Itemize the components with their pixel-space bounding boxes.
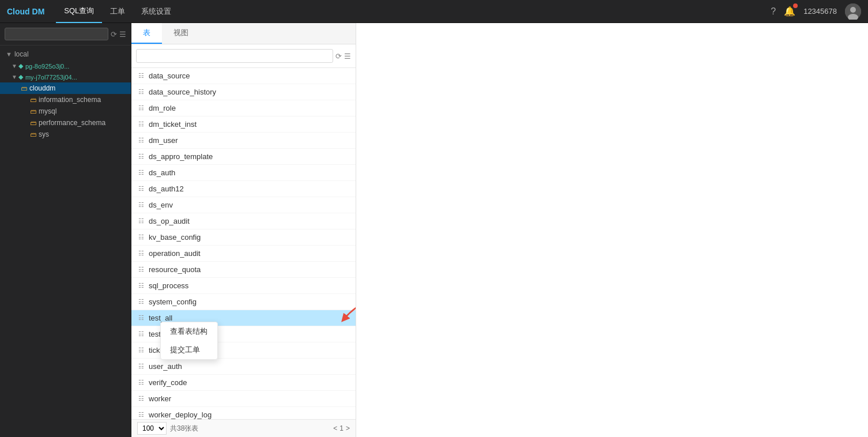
table-row[interactable]: ☷ sql_process [131, 278, 356, 294]
nav-settings[interactable]: 系统设置 [133, 0, 179, 23]
table-row[interactable]: ☷ dm_ticket_inst [131, 116, 356, 133]
sidebar: ⟳ ☰ ▼ local ▼ ◆ pg-8o925o3j0... ▼ ◆ my-j… [0, 23, 131, 437]
sidebar-tree: ▼ local ▼ ◆ pg-8o925o3j0... ▼ ◆ my-j7ol7… [0, 46, 131, 437]
table-name: resource_quota [149, 265, 201, 274]
table-icon: ☷ [138, 330, 144, 338]
sidebar-item-sys[interactable]: 🗃 sys [0, 129, 131, 140]
table-row[interactable]: ☷ dm_role [131, 100, 356, 116]
table-icon: ☷ [138, 250, 144, 257]
table-row[interactable]: ☷ system_config [131, 294, 356, 310]
group-collapse-icon[interactable]: ▼ [6, 51, 12, 58]
avatar[interactable] [845, 3, 861, 20]
table-icon: ☷ [138, 411, 144, 419]
table-row[interactable]: ☷ ds_env [131, 197, 356, 213]
table-row[interactable]: ☷ kv_base_config [131, 229, 356, 246]
username-label: 12345678 [803, 7, 837, 16]
table-name: ds_auth12 [149, 184, 184, 193]
table-list: ☷ data_source ☷ data_source_history ☷ dm… [131, 68, 356, 419]
db-icon: 🗃 [30, 96, 36, 103]
db-label: performance_schema [39, 119, 105, 127]
context-menu: 查看表结构 提交工单 [160, 322, 218, 360]
table-name: data_source [149, 71, 190, 80]
middle-search-bar: ⟳ ☰ [131, 44, 356, 68]
page-navigation: < 1 > [333, 424, 350, 432]
main-layout: ⟳ ☰ ▼ local ▼ ◆ pg-8o925o3j0... ▼ ◆ my-j… [0, 23, 868, 437]
nav-workorder[interactable]: 工单 [102, 0, 133, 23]
sidebar-search-input[interactable] [5, 28, 108, 40]
table-icon: ☷ [138, 185, 144, 193]
total-label: 共38张表 [170, 424, 330, 434]
help-icon[interactable]: ? [771, 6, 776, 17]
table-icon: ☷ [138, 282, 144, 289]
middle-search-input[interactable] [136, 49, 333, 63]
sidebar-item-mysql[interactable]: 🗃 mysql [0, 106, 131, 117]
table-icon: ☷ [138, 266, 144, 273]
sidebar-refresh-icon[interactable]: ⟳ [111, 30, 117, 39]
table-row[interactable]: ☷ ds_appro_template [131, 149, 356, 165]
table-name: sql_process [149, 281, 188, 290]
tab-table[interactable]: 表 [131, 23, 162, 44]
app-logo: Cloud DM [7, 7, 44, 16]
table-row[interactable]: ☷ worker [131, 391, 356, 407]
context-menu-view-structure[interactable]: 查看表结构 [161, 322, 217, 341]
db-icon: 🗃 [21, 85, 27, 92]
table-name: verify_code [149, 378, 187, 387]
table-row[interactable]: ☷ ds_auth12 [131, 181, 356, 197]
logo-cloud: Cloud [7, 7, 32, 16]
db-label: mysql [39, 107, 56, 115]
nav-sql[interactable]: SQL查询 [56, 0, 102, 23]
table-name: user_auth [149, 362, 182, 371]
context-menu-submit-workorder[interactable]: 提交工单 [161, 341, 217, 359]
table-row[interactable]: ☷ worker_deploy_log [131, 407, 356, 419]
table-row-test-all[interactable]: ☷ test_all 查看表结构 提交工单 [131, 310, 356, 326]
main-content-area [356, 23, 868, 437]
sidebar-item-pg1[interactable]: ▼ ◆ pg-8o925o3j0... [0, 61, 131, 71]
table-name: data_source_history [149, 88, 216, 96]
sidebar-item-performance-schema[interactable]: 🗃 performance_schema [0, 117, 131, 129]
middle-refresh-icon[interactable]: ⟳ [335, 52, 342, 61]
table-icon: ☷ [138, 169, 144, 176]
topbar: Cloud DM SQL查询 工单 系统设置 ? 🔔 12345678 [0, 0, 868, 23]
table-name: operation_audit [149, 249, 201, 258]
table-icon: ☷ [138, 379, 144, 386]
tab-view[interactable]: 视图 [162, 23, 200, 44]
table-name: dm_role [149, 104, 176, 112]
next-page-button[interactable]: > [346, 424, 350, 432]
table-name: worker_deploy_log [149, 410, 212, 419]
table-icon: ☷ [138, 395, 144, 402]
table-icon: ☷ [138, 104, 144, 112]
sidebar-menu-icon[interactable]: ☰ [119, 30, 126, 39]
prev-page-button[interactable]: < [333, 424, 337, 432]
notification-icon[interactable]: 🔔 [784, 6, 795, 17]
table-name: dm_ticket_inst [149, 120, 197, 129]
table-row[interactable]: ☷ data_source [131, 68, 356, 84]
table-row[interactable]: ☷ dm_user [131, 133, 356, 149]
table-icon: ☷ [138, 298, 144, 306]
sidebar-item-information-schema[interactable]: 🗃 information_schema [0, 94, 131, 106]
db-icon: 🗃 [30, 108, 36, 115]
table-row[interactable]: ☷ data_source_history [131, 84, 356, 100]
table-icon: ☷ [138, 72, 144, 80]
table-name: ds_appro_template [149, 152, 213, 161]
table-list-footer: 100 50 200 共38张表 < 1 > [131, 419, 356, 437]
db-label: information_schema [39, 96, 101, 104]
table-row[interactable]: ☷ ds_op_audit [131, 213, 356, 229]
table-row[interactable]: ☷ user_auth [131, 359, 356, 375]
middle-menu-icon[interactable]: ☰ [344, 52, 351, 61]
table-row[interactable]: ☷ operation_audit [131, 246, 356, 262]
sidebar-item-my1[interactable]: ▼ ◆ my-j7ol77253j04... [0, 71, 131, 82]
table-name: ds_auth [149, 168, 175, 177]
table-row[interactable]: ☷ verify_code [131, 375, 356, 391]
arrow-icon: ▼ [12, 74, 17, 80]
middle-tabs: 表 视图 [131, 23, 356, 44]
page-size-select[interactable]: 100 50 200 [137, 422, 167, 435]
table-icon: ☷ [138, 217, 144, 225]
table-icon: ☷ [138, 201, 144, 209]
current-page: 1 [339, 424, 344, 432]
table-name: ds_op_audit [149, 217, 190, 225]
db-icon: 🗃 [30, 119, 36, 126]
table-row[interactable]: ☷ resource_quota [131, 262, 356, 278]
table-row[interactable]: ☷ ds_auth [131, 165, 356, 181]
table-list-panel: 表 视图 ⟳ ☰ ☷ data_source ☷ data_source_his… [131, 23, 356, 437]
sidebar-item-clouddm[interactable]: 🗃 clouddm [0, 82, 131, 94]
